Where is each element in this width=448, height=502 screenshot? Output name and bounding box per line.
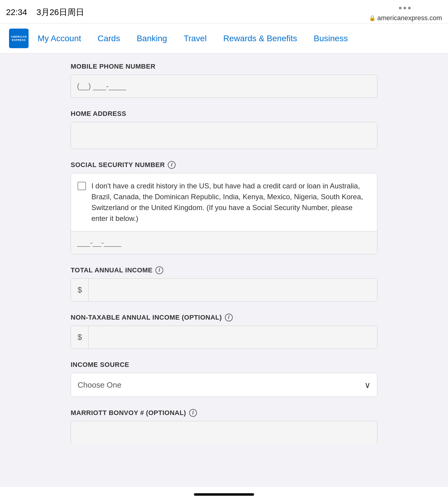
home-address-section: HOME ADDRESS bbox=[71, 110, 377, 149]
total-income-prefix: $ bbox=[71, 279, 89, 301]
ssn-input[interactable] bbox=[77, 238, 371, 247]
ssn-checkbox-row: I don't have a credit history in the US,… bbox=[71, 173, 377, 231]
nontaxable-income-info-icon[interactable]: i bbox=[225, 314, 233, 321]
home-bar-indicator bbox=[194, 493, 254, 496]
ssn-input-row bbox=[71, 231, 377, 254]
home-address-label: HOME ADDRESS bbox=[71, 110, 377, 118]
mobile-phone-input[interactable] bbox=[71, 75, 377, 98]
income-source-section: INCOME SOURCE Choose One Employment Self… bbox=[71, 361, 377, 397]
nav-bar: AMERICAN EXPRESS My Account Cards Bankin… bbox=[0, 23, 448, 54]
ssn-no-history-checkbox[interactable] bbox=[78, 182, 86, 190]
time: 22:34 bbox=[6, 8, 27, 17]
amex-logo-text: AMERICAN EXPRESS bbox=[11, 35, 27, 42]
signal-dots: ••• bbox=[399, 2, 413, 14]
mobile-phone-label: MOBILE PHONE NUMBER bbox=[71, 63, 377, 70]
ssn-checkbox-label: I don't have a credit history in the US,… bbox=[91, 181, 370, 224]
ssn-label: SOCIAL SECURITY NUMBER i bbox=[71, 161, 377, 169]
income-source-label: INCOME SOURCE bbox=[71, 361, 377, 369]
nontaxable-income-input[interactable] bbox=[89, 326, 377, 349]
nontaxable-income-label: NON-TAXABLE ANNUAL INCOME (OPTIONAL) i bbox=[71, 314, 377, 321]
marriott-label: MARRIOTT BONVOY # (OPTIONAL) i bbox=[71, 409, 377, 417]
marriott-info-icon[interactable]: i bbox=[189, 409, 197, 417]
mobile-phone-section: MOBILE PHONE NUMBER bbox=[71, 63, 377, 98]
lock-icon: 🔒 bbox=[369, 15, 376, 21]
ssn-container: I don't have a credit history in the US,… bbox=[71, 173, 377, 254]
nav-my-account[interactable]: My Account bbox=[38, 34, 81, 43]
ssn-info-icon[interactable]: i bbox=[168, 161, 176, 169]
nav-travel[interactable]: Travel bbox=[184, 34, 207, 43]
income-source-select[interactable]: Choose One Employment Self-Employment In… bbox=[71, 373, 377, 397]
main-content: MOBILE PHONE NUMBER HOME ADDRESS SOCIAL … bbox=[71, 54, 377, 474]
url-area: ••• 🔒 americanexpress.com bbox=[369, 2, 442, 22]
time-date: 22:34 3月26日周日 bbox=[6, 7, 84, 18]
url-text: americanexpress.com bbox=[377, 14, 442, 22]
home-address-input[interactable] bbox=[71, 122, 377, 149]
total-income-label: TOTAL ANNUAL INCOME i bbox=[71, 266, 377, 274]
income-source-wrapper: Choose One Employment Self-Employment In… bbox=[71, 373, 377, 397]
total-income-info-icon[interactable]: i bbox=[155, 266, 163, 274]
total-income-wrapper: $ bbox=[71, 278, 377, 302]
marriott-section: MARRIOTT BONVOY # (OPTIONAL) i bbox=[71, 409, 377, 444]
home-bar bbox=[0, 487, 448, 502]
date: 3月26日周日 bbox=[36, 8, 84, 17]
nav-banking[interactable]: Banking bbox=[137, 34, 167, 43]
url-bar: 🔒 americanexpress.com bbox=[369, 14, 442, 22]
nav-cards[interactable]: Cards bbox=[98, 34, 120, 43]
status-bar: 22:34 3月26日周日 ••• 🔒 americanexpress.com bbox=[0, 0, 448, 23]
nav-business[interactable]: Business bbox=[314, 34, 348, 43]
total-income-section: TOTAL ANNUAL INCOME i $ bbox=[71, 266, 377, 302]
total-income-input[interactable] bbox=[89, 279, 377, 301]
nav-rewards[interactable]: Rewards & Benefits bbox=[223, 34, 297, 43]
amex-logo: AMERICAN EXPRESS bbox=[9, 29, 29, 48]
marriott-input[interactable] bbox=[71, 421, 377, 444]
ssn-section: SOCIAL SECURITY NUMBER i I don't have a … bbox=[71, 161, 377, 254]
nontaxable-income-wrapper: $ bbox=[71, 326, 377, 349]
nontaxable-income-prefix: $ bbox=[71, 326, 89, 349]
main-nav: My Account Cards Banking Travel Rewards … bbox=[38, 34, 348, 43]
nontaxable-income-section: NON-TAXABLE ANNUAL INCOME (OPTIONAL) i $ bbox=[71, 314, 377, 349]
